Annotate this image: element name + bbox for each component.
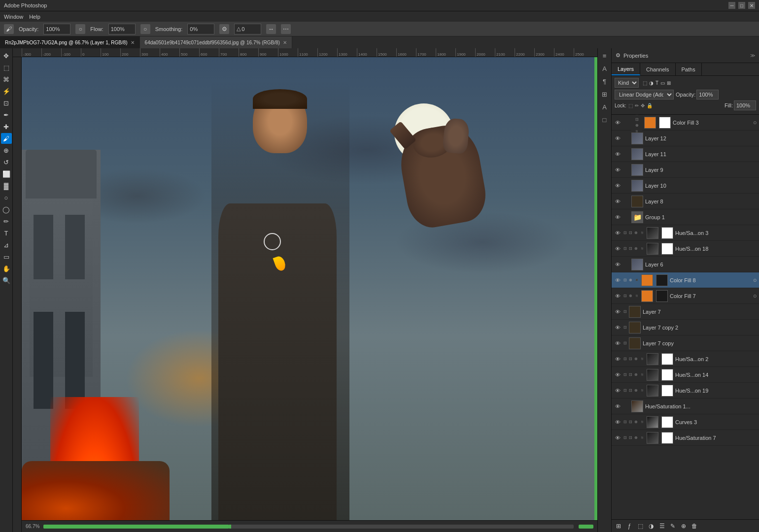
filter-icon-shape[interactable]: ▭	[660, 80, 665, 86]
brush-tool[interactable]: 🖌	[1, 133, 12, 144]
layer-item-11[interactable]: 👁 Layer 11	[612, 146, 759, 162]
layer-item-7-copy[interactable]: 👁 ⊡ Layer 7 copy	[612, 335, 759, 351]
close-button[interactable]: ✕	[748, 2, 755, 9]
layer-item-10[interactable]: 👁 Layer 10	[612, 178, 759, 194]
layer-eye-color-fill-3[interactable]: 👁	[614, 119, 621, 127]
magic-wand-tool[interactable]: ⚡	[1, 86, 12, 97]
lock-pixels-icon[interactable]: ⬚	[628, 103, 633, 108]
tab-channels[interactable]: Channels	[640, 63, 675, 75]
layer-eye-hue-2[interactable]: 👁	[614, 355, 621, 363]
layer-item-6[interactable]: 👁 Layer 6	[612, 257, 759, 272]
layer-new-button[interactable]: ✎	[668, 521, 678, 531]
layer-eye-hue-14[interactable]: 👁	[614, 371, 621, 379]
eyedropper-tool[interactable]: ✒	[1, 109, 12, 120]
lock-artboard-icon[interactable]: ✥	[641, 103, 645, 108]
selection-tool[interactable]: ⬚	[1, 62, 12, 73]
lasso-tool[interactable]: ⌘	[1, 74, 12, 85]
square-icon[interactable]: □	[599, 114, 610, 125]
layer-delete-button[interactable]: 🗑	[690, 521, 699, 531]
extra-icon[interactable]: ⋯	[281, 24, 291, 34]
adjustments-icon[interactable]: A	[599, 63, 610, 74]
layer-mask-button[interactable]: ⬚	[635, 521, 645, 531]
layer-eye-hue-19[interactable]: 👁	[614, 387, 621, 395]
layer-eye-7-copy[interactable]: 👁	[614, 339, 621, 347]
layer-eye-color-fill-8[interactable]: 👁	[614, 276, 621, 284]
tab-2-close[interactable]: ✕	[283, 40, 287, 45]
layer-item-hue-14[interactable]: 👁 ⊡ ⊡ ⊕ ◾ Hue/S...on 14	[612, 367, 759, 383]
hand-tool[interactable]: ✋	[1, 263, 12, 274]
layer-eye-hue-18[interactable]: 👁	[614, 245, 621, 253]
filter-kind-select[interactable]: Kind	[615, 78, 639, 88]
layer-item-hue-2[interactable]: 👁 ⊡ ⊡ ⊕ ◾ Hue/Sa...on 2	[612, 351, 759, 367]
filter-icon-pixel[interactable]: ⬚	[643, 80, 647, 86]
layer-item-color-fill-3[interactable]: 👁 ⊡ ⊡ ⊕ ◾ Color Fill 3 ⊙	[612, 115, 759, 131]
blend-mode-select[interactable]: Linear Dodge (Add)	[615, 90, 674, 100]
layer-item-group-1[interactable]: 👁 📁 Group 1	[612, 209, 759, 225]
filter-icon-type[interactable]: T	[656, 80, 658, 86]
layer-eye-7-copy-2[interactable]: 👁	[614, 324, 621, 332]
text-tool[interactable]: T	[1, 228, 12, 238]
blur-tool[interactable]: ○	[1, 192, 12, 203]
tab-layers[interactable]: Layers	[612, 63, 640, 75]
layer-eye-color-fill-7[interactable]: 👁	[614, 292, 621, 300]
layer-item-hue-3[interactable]: 👁 ⊡ ⊡ ⊕ ◾ Hue/Sa...on 3	[612, 225, 759, 241]
settings-icon[interactable]: ⚙	[219, 24, 229, 34]
history-tool[interactable]: ↺	[1, 157, 12, 167]
crop-tool[interactable]: ⊡	[1, 98, 12, 108]
layer-item-hue-19[interactable]: 👁 ⊡ ⊡ ⊕ ◾ Hue/S...on 19	[612, 383, 759, 399]
lock-move-icon[interactable]: ✏	[635, 103, 639, 108]
paragraph-icon[interactable]: ¶	[599, 76, 610, 87]
layer-item-7[interactable]: 👁 ⊡ Layer 7	[612, 304, 759, 320]
fill-input[interactable]	[734, 100, 756, 110]
layer-eye-11[interactable]: 👁	[614, 150, 621, 158]
pen-tool[interactable]: ✏	[1, 216, 12, 227]
layers-icon[interactable]: ≡	[599, 50, 610, 61]
path-tool[interactable]: ⊿	[1, 239, 12, 250]
tab-1-close[interactable]: ✕	[131, 40, 135, 45]
angle-box[interactable]: △ 0	[234, 24, 261, 34]
layer-item-9[interactable]: 👁 Layer 9	[612, 162, 759, 178]
layer-item-hue-sat-7[interactable]: 👁 ⊡ ⊡ ⊕ ◾ Hue/Saturation 7	[612, 430, 759, 446]
tab-2[interactable]: 64da0501e9b41749c071eddbf956356d.jpg @ 1…	[140, 36, 292, 48]
layer-item-12[interactable]: 👁 Layer 12	[612, 131, 759, 146]
menu-window[interactable]: Window	[4, 14, 23, 20]
layer-eye-hue-sat-7[interactable]: 👁	[614, 434, 621, 442]
filter-icon-smart[interactable]: ⊞	[667, 80, 671, 86]
gradient-tool[interactable]: ▓	[1, 180, 12, 191]
layer-eye-10[interactable]: 👁	[614, 182, 621, 190]
flow-pressure-icon[interactable]: ○	[140, 24, 150, 34]
tab-paths[interactable]: Paths	[676, 63, 702, 75]
restore-button[interactable]: □	[738, 2, 745, 9]
dodge-tool[interactable]: ◯	[1, 204, 12, 215]
smoothing-box[interactable]: 0%	[187, 24, 214, 34]
layer-item-8[interactable]: 👁 Layer 8	[612, 194, 759, 209]
move-tool[interactable]: ✥	[1, 50, 12, 61]
layer-fill-button[interactable]: ◑	[646, 521, 656, 531]
layer-eye-hue-sat-1[interactable]: 👁	[614, 402, 621, 410]
tab-1[interactable]: Rn2pJMPbOG7-7UG2A.png @ 66.7% (Layer 1, …	[0, 36, 140, 48]
layer-group-button[interactable]: ☰	[657, 521, 667, 531]
flow-box[interactable]: 100%	[108, 24, 136, 34]
layer-eye-8[interactable]: 👁	[614, 198, 621, 205]
menu-help[interactable]: Help	[29, 14, 40, 20]
pressure-icon[interactable]: ○	[75, 24, 85, 34]
layer-item-color-fill-7[interactable]: 👁 ⊡ ⊕ ◾ Color Fill 7 ⊙	[612, 288, 759, 304]
layer-item-hue-sat-1[interactable]: 👁 Hue/Saturation 1...	[612, 399, 759, 414]
layer-add-button[interactable]: ⊕	[679, 521, 689, 531]
eraser-tool[interactable]: ⬜	[1, 168, 12, 179]
shape-tool[interactable]: ▭	[1, 251, 12, 262]
healing-tool[interactable]: ✚	[1, 121, 12, 132]
layer-eye-9[interactable]: 👁	[614, 166, 621, 174]
layer-item-color-fill-8[interactable]: 👁 ⊡ ⊕ ◾ Color Fill 8 ⊙	[612, 272, 759, 288]
layer-eye-hue-3[interactable]: 👁	[614, 229, 621, 237]
brush-tool-icon[interactable]: 🖌	[4, 24, 14, 34]
layer-eye-7[interactable]: 👁	[614, 308, 621, 316]
layer-fx-button[interactable]: ƒ	[624, 521, 634, 531]
properties-collapse[interactable]: ≫	[750, 53, 755, 58]
layer-item-7-copy-2[interactable]: 👁 ⊡ Layer 7 copy 2	[612, 320, 759, 335]
opacity-box[interactable]: 100%	[43, 24, 70, 34]
canvas-viewport[interactable]	[22, 57, 597, 520]
layer-item-curves-3[interactable]: 👁 ⊡ ⊡ ⊕ ◾ Curves 3	[612, 414, 759, 430]
layer-eye-curves-3[interactable]: 👁	[614, 418, 621, 426]
symmetry-icon[interactable]: ↔	[266, 24, 276, 34]
